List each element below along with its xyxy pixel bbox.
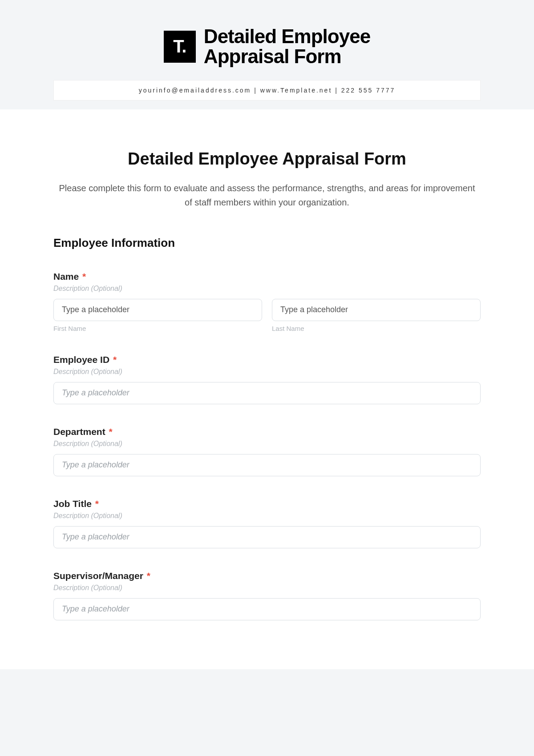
required-mark: * [113,354,117,365]
name-label-text: Name [53,271,79,281]
employee-id-description: Description (Optional) [53,368,481,376]
first-name-col: First Name [53,299,262,332]
department-label: Department * [53,426,481,437]
required-mark: * [109,426,113,437]
field-supervisor: Supervisor/Manager * Description (Option… [53,571,481,620]
employee-id-input[interactable] [53,382,481,404]
last-name-col: Last Name [272,299,481,332]
required-mark: * [95,499,99,509]
header: T. Detailed Employee Appraisal Form your… [0,0,534,101]
first-name-sublabel: First Name [53,325,262,332]
job-title-input[interactable] [53,526,481,548]
contact-bar: yourinfo@emailaddress.com | www.Template… [53,80,481,101]
header-title-line2: Appraisal Form [204,47,370,67]
job-title-label-text: Job Title [53,499,92,509]
department-input[interactable] [53,454,481,476]
section-employee-information: Employee Information [53,236,481,250]
form-title: Detailed Employee Appraisal Form [53,149,481,169]
supervisor-input[interactable] [53,598,481,620]
field-name: Name * Description (Optional) First Name… [53,271,481,332]
header-title-line1: Detailed Employee [204,27,370,47]
supervisor-description: Description (Optional) [53,584,481,592]
logo-icon: T. [164,31,196,63]
supervisor-label: Supervisor/Manager * [53,571,481,581]
department-description: Description (Optional) [53,440,481,448]
job-title-label: Job Title * [53,499,481,509]
employee-id-label: Employee ID * [53,354,481,365]
logo-row: T. Detailed Employee Appraisal Form [0,27,534,80]
required-mark: * [82,271,86,281]
required-mark: * [147,571,150,581]
employee-id-label-text: Employee ID [53,354,109,365]
field-job-title: Job Title * Description (Optional) [53,499,481,548]
header-title: Detailed Employee Appraisal Form [204,27,370,67]
last-name-input[interactable] [272,299,481,321]
first-name-input[interactable] [53,299,262,321]
form-body: Detailed Employee Appraisal Form Please … [0,109,534,669]
name-input-row: First Name Last Name [53,299,481,332]
job-title-description: Description (Optional) [53,512,481,520]
form-intro: Please complete this form to evaluate an… [53,181,481,209]
department-label-text: Department [53,426,105,437]
supervisor-label-text: Supervisor/Manager [53,571,143,581]
field-employee-id: Employee ID * Description (Optional) [53,354,481,404]
name-label: Name * [53,271,481,282]
name-description: Description (Optional) [53,285,481,293]
field-department: Department * Description (Optional) [53,426,481,476]
last-name-sublabel: Last Name [272,325,481,332]
